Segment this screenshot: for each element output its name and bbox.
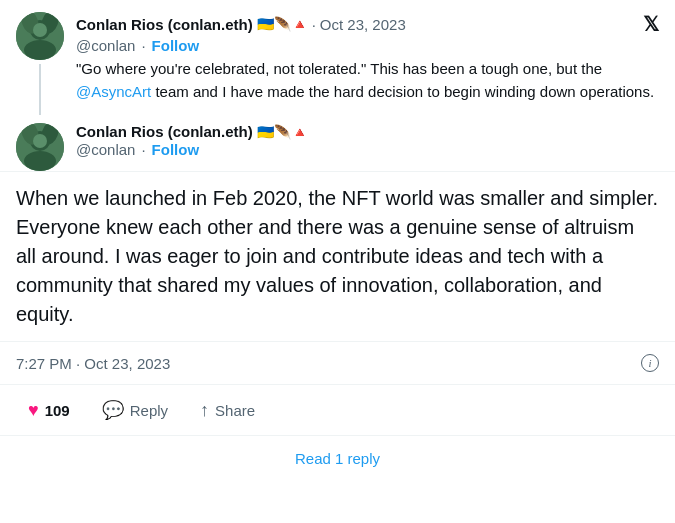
avatar-first bbox=[16, 12, 64, 60]
first-tweet-text-part1: "Go where you're celebrated, not tolerat… bbox=[76, 60, 602, 77]
svg-point-11 bbox=[24, 151, 56, 171]
first-tweet-username: @conlan bbox=[76, 37, 135, 54]
avatar-second bbox=[16, 123, 64, 171]
tweet-meta: 7:27 PM · Oct 23, 2023 i bbox=[0, 341, 675, 384]
sep2: · bbox=[141, 141, 145, 158]
first-tweet-dot: · bbox=[312, 16, 316, 33]
reply-button[interactable]: 💬 Reply bbox=[90, 393, 180, 427]
share-icon: ↑ bbox=[200, 400, 209, 421]
heart-icon: ♥ bbox=[28, 400, 39, 421]
share-button[interactable]: ↑ Share bbox=[188, 394, 267, 427]
like-button[interactable]: ♥ 109 bbox=[16, 394, 82, 427]
first-tweet-follow-button[interactable]: Follow bbox=[152, 37, 200, 54]
read-reply-button[interactable]: Read 1 reply bbox=[0, 436, 675, 481]
svg-point-5 bbox=[24, 40, 56, 60]
first-tweet-flags: 🇺🇦🪶🔺 bbox=[257, 16, 308, 32]
reply-label: Reply bbox=[130, 402, 168, 419]
second-tweet-username: @conlan bbox=[76, 141, 135, 158]
like-count: 109 bbox=[45, 402, 70, 419]
first-tweet-text-part2: team and I have made the hard decision t… bbox=[151, 83, 654, 100]
second-tweet-display-name: Conlan Rios (conlan.eth) bbox=[76, 123, 253, 140]
svg-point-10 bbox=[33, 134, 47, 148]
main-tweet-timestamp: 7:27 PM · Oct 23, 2023 bbox=[16, 355, 170, 372]
x-logo: 𝕏 bbox=[643, 12, 659, 36]
main-tweet-text: When we launched in Feb 2020, the NFT wo… bbox=[0, 184, 675, 329]
sep: · bbox=[141, 37, 145, 54]
svg-point-4 bbox=[33, 23, 47, 37]
first-tweet-mention[interactable]: @AsyncArt bbox=[76, 83, 151, 100]
first-tweet-timestamp: Oct 23, 2023 bbox=[320, 16, 406, 33]
thread-line bbox=[39, 64, 41, 115]
second-tweet-flags: 🇺🇦🪶🔺 bbox=[257, 124, 308, 140]
bubble-icon: 💬 bbox=[102, 399, 124, 421]
info-icon[interactable]: i bbox=[641, 354, 659, 372]
actions-row: ♥ 109 💬 Reply ↑ Share bbox=[0, 384, 675, 436]
first-tweet-text: "Go where you're celebrated, not tolerat… bbox=[76, 58, 659, 103]
second-tweet-follow-button[interactable]: Follow bbox=[152, 141, 200, 158]
share-label: Share bbox=[215, 402, 255, 419]
first-tweet-display-name: Conlan Rios (conlan.eth) bbox=[76, 16, 253, 33]
